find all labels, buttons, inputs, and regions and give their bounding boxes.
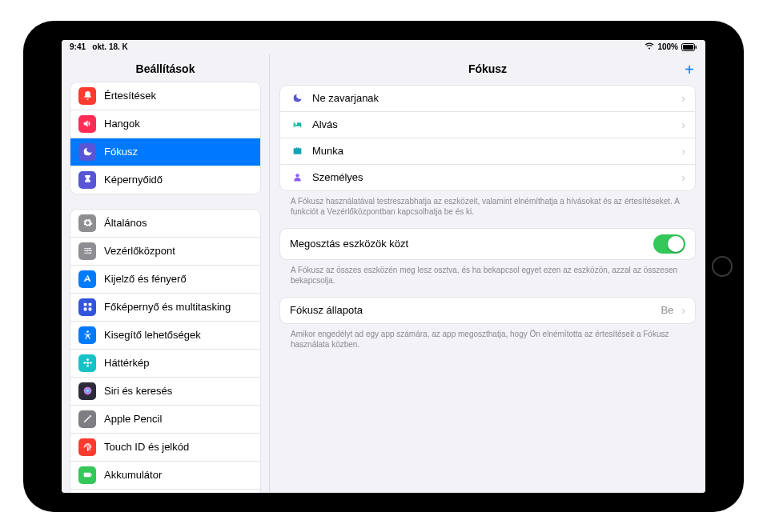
detail-pane: Fókusz + Ne zavarjanak›Alvás›Munka›Szemé… xyxy=(270,54,705,493)
gear-icon xyxy=(78,214,96,232)
svg-point-4 xyxy=(86,250,88,251)
moon-icon xyxy=(78,143,96,161)
focus-modes-group: Ne zavarjanak›Alvás›Munka›Személyes› xyxy=(279,85,696,191)
moon-icon xyxy=(290,91,304,106)
detail-title: Fókusz xyxy=(468,62,507,75)
share-toggle[interactable] xyxy=(653,234,685,254)
focus-mode-row[interactable]: Ne zavarjanak› xyxy=(280,86,695,112)
focus-status-row[interactable]: Fókusz állapota Be › xyxy=(280,298,695,323)
share-group: Megosztás eszközök közt xyxy=(279,228,696,260)
sidebar-item[interactable]: Főképernyő és multitasking xyxy=(70,294,260,322)
svg-rect-7 xyxy=(88,303,91,306)
sidebar-group-1: ÉrtesítésekHangokFókuszKépernyőidő xyxy=(70,82,261,194)
focus-mode-row[interactable]: Alvás› xyxy=(280,112,695,138)
status-time: 9:41 xyxy=(70,42,86,51)
pencil-icon xyxy=(78,410,96,428)
svg-point-16 xyxy=(83,387,91,395)
focus-status-footer: Amikor engedélyt ad egy app számára, az … xyxy=(279,324,696,361)
fingerprint-icon xyxy=(78,438,96,456)
home-button[interactable] xyxy=(712,256,733,277)
svg-rect-8 xyxy=(83,308,86,311)
sidebar-item[interactable]: Touch ID és jelkód xyxy=(70,434,260,462)
sidebar-item[interactable]: Kisegítő lehetőségek xyxy=(70,322,260,350)
svg-rect-1 xyxy=(683,45,693,50)
sidebar-item-label: Hangok xyxy=(104,118,252,130)
textsize-icon xyxy=(78,270,96,288)
sidebar-title: Beállítások xyxy=(62,54,269,82)
chevron-right-icon: › xyxy=(681,118,685,131)
svg-point-3 xyxy=(88,248,90,250)
share-across-devices-row[interactable]: Megosztás eszközök közt xyxy=(280,229,695,259)
chevron-right-icon: › xyxy=(681,145,685,158)
sidebar-item-label: Háttérkép xyxy=(104,357,252,369)
bed-icon xyxy=(290,118,304,132)
sidebar-item[interactable]: Általános xyxy=(70,210,260,238)
sidebar-item-label: Touch ID és jelkód xyxy=(104,441,252,453)
share-footer: A Fókusz az összes eszközén meg lesz osz… xyxy=(279,260,696,297)
svg-point-10 xyxy=(86,330,89,333)
speaker-icon xyxy=(78,115,96,133)
focus-mode-row[interactable]: Munka› xyxy=(280,138,695,165)
sidebar-item[interactable]: Képernyőidő xyxy=(70,166,260,194)
sidebar-item[interactable]: Apple Pencil xyxy=(70,406,260,434)
svg-point-11 xyxy=(86,362,88,364)
focus-mode-label: Munka xyxy=(312,145,673,157)
svg-rect-2 xyxy=(696,46,697,49)
sidebar-item-label: Kijelző és fényerő xyxy=(104,273,252,285)
svg-point-14 xyxy=(83,362,86,364)
svg-rect-18 xyxy=(90,474,91,475)
person-icon xyxy=(290,170,304,185)
svg-point-15 xyxy=(89,362,91,364)
settings-sidebar: Beállítások ÉrtesítésekHangokFókuszKéper… xyxy=(62,54,270,493)
share-label: Megosztás eszközök közt xyxy=(290,238,645,250)
sidebar-item[interactable]: Vezérlőközpont xyxy=(70,238,260,266)
wifi-icon xyxy=(645,42,654,51)
briefcase-icon xyxy=(290,144,304,158)
sidebar-item[interactable]: Adatvédelem és biztonság xyxy=(70,490,260,493)
sidebar-item-label: Értesítések xyxy=(104,90,252,102)
sidebar-item-label: Siri és keresés xyxy=(104,385,252,397)
svg-point-5 xyxy=(89,252,90,254)
apps-icon xyxy=(78,298,96,316)
bell-icon xyxy=(78,87,96,105)
flower-icon xyxy=(78,354,96,372)
sidebar-item-label: Főképernyő és multitasking xyxy=(104,301,252,313)
focus-status-value: Be xyxy=(661,304,673,316)
sidebar-item-label: Akkumulátor xyxy=(104,469,252,481)
focus-status-label: Fókusz állapota xyxy=(290,304,653,316)
sidebar-item-label: Apple Pencil xyxy=(104,413,252,425)
sidebar-item[interactable]: Értesítések xyxy=(70,82,260,110)
chevron-right-icon: › xyxy=(681,92,685,105)
battery-icon xyxy=(78,466,96,484)
sidebar-group-2: ÁltalánosVezérlőközpontKijelző és fényer… xyxy=(70,209,261,493)
sidebar-item[interactable]: Háttérkép xyxy=(70,350,260,378)
screen: 9:41 okt. 18. K 100% Beállítások Ért xyxy=(62,40,705,493)
battery-icon xyxy=(681,43,697,51)
accessibility-icon xyxy=(78,326,96,344)
focus-modes-footer: A Fókusz használatával testreszabhatja a… xyxy=(279,191,696,228)
svg-point-19 xyxy=(295,174,299,177)
sidebar-item[interactable]: Siri és keresés xyxy=(70,378,260,406)
status-date: okt. 18. K xyxy=(92,42,127,51)
sidebar-item[interactable]: Hangok xyxy=(70,110,260,138)
svg-rect-17 xyxy=(83,473,90,477)
sidebar-item-label: Kisegítő lehetőségek xyxy=(104,329,252,341)
sidebar-item[interactable]: Fókusz xyxy=(70,138,260,166)
svg-point-12 xyxy=(86,358,89,361)
chevron-right-icon: › xyxy=(681,171,685,184)
sidebar-item-label: Vezérlőközpont xyxy=(104,245,252,257)
sliders-icon xyxy=(78,242,96,260)
siri-icon xyxy=(78,382,96,400)
focus-mode-label: Alvás xyxy=(312,118,673,130)
chevron-right-icon: › xyxy=(681,304,685,317)
sidebar-item[interactable]: Kijelző és fényerő xyxy=(70,266,260,294)
focus-mode-row[interactable]: Személyes› xyxy=(280,165,695,190)
focus-mode-label: Személyes xyxy=(312,171,673,183)
svg-point-13 xyxy=(86,365,89,367)
sidebar-item-label: Fókusz xyxy=(104,146,252,158)
sidebar-item-label: Általános xyxy=(104,217,252,229)
ipad-frame: 9:41 okt. 18. K 100% Beállítások Ért xyxy=(23,21,744,512)
sidebar-item[interactable]: Akkumulátor xyxy=(70,462,260,490)
battery-percent: 100% xyxy=(657,42,678,51)
add-focus-button[interactable]: + xyxy=(685,61,694,79)
